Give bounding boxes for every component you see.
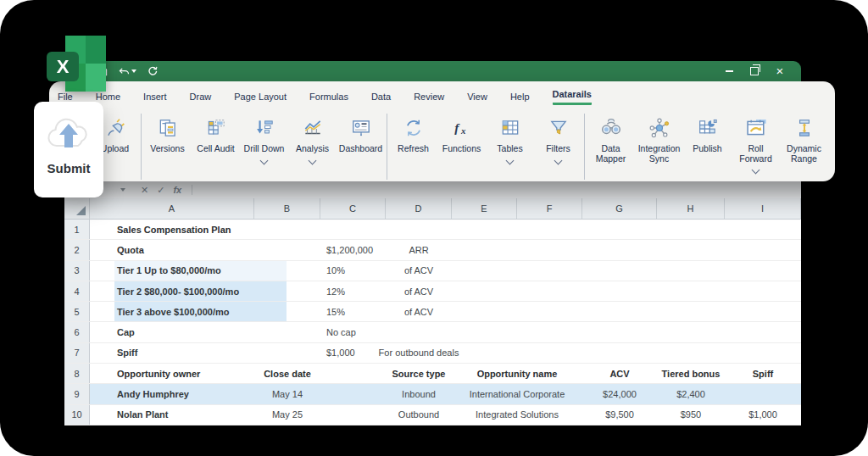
cell-C7[interactable]: $1,000 <box>320 343 386 363</box>
cell-C2[interactable]: $1,200,000 <box>320 240 386 259</box>
column-header-A[interactable]: A <box>90 198 254 219</box>
cell-D9[interactable]: Inbound <box>386 384 452 403</box>
tab-data[interactable]: Data <box>371 92 391 105</box>
tab-page-layout[interactable]: Page Layout <box>234 92 287 105</box>
cancel-icon[interactable]: ✕ <box>141 185 148 196</box>
drill-down-button[interactable]: Drill Down <box>240 115 288 164</box>
cell-D7[interactable]: For outbound deals <box>386 343 452 363</box>
cell-H10[interactable]: $950 <box>657 405 725 425</box>
cell-A4[interactable]: Tier 2 $80,000- $100,000/mo <box>90 281 254 301</box>
cell-E10[interactable]: Integrated Solutions <box>452 405 582 425</box>
undo-dropdown-icon[interactable] <box>131 70 136 73</box>
cell-C3[interactable]: 10% <box>320 261 386 281</box>
row-header-9[interactable]: 9 <box>64 384 90 403</box>
column-header-C[interactable]: C <box>320 198 386 219</box>
insert-function-icon[interactable]: fx <box>173 185 181 195</box>
chevron-down-icon[interactable] <box>752 166 760 175</box>
cell-C4[interactable]: 12% <box>320 281 386 301</box>
cell-D5[interactable]: of ACV <box>386 302 452 321</box>
chevron-down-icon[interactable] <box>309 156 317 164</box>
cell-A5[interactable]: Tier 3 above $100,000/mo <box>90 302 254 321</box>
cell-A1[interactable]: Sales Compensation Plan <box>90 220 254 239</box>
column-header-B[interactable]: B <box>254 198 320 219</box>
filters-button[interactable]: Filters <box>534 115 582 164</box>
tab-help[interactable]: Help <box>510 92 530 105</box>
column-header-D[interactable]: D <box>386 198 452 219</box>
row-header-8[interactable]: 8 <box>64 364 90 383</box>
tab-draw[interactable]: Draw <box>190 92 212 105</box>
column-header-E[interactable]: E <box>452 198 517 219</box>
data-mapper-button[interactable]: Data Mapper <box>587 115 635 173</box>
analysis-button[interactable]: Analysis <box>288 115 337 164</box>
select-all-corner[interactable] <box>64 198 90 219</box>
row-header-1[interactable]: 1 <box>64 220 90 239</box>
row-header-6[interactable]: 6 <box>64 322 90 342</box>
cell-A3[interactable]: Tier 1 Up to $80,000/mo <box>90 261 254 281</box>
cell-G9[interactable]: $24,000 <box>582 384 657 403</box>
tables-button[interactable]: Tables <box>486 115 534 164</box>
cell-I10[interactable]: $1,000 <box>725 405 801 425</box>
ribbon-button-label: Analysis <box>296 144 329 154</box>
roll-forward-button[interactable]: Roll Forward <box>732 115 780 173</box>
cell-E9[interactable]: International Corporate <box>452 384 582 403</box>
dynamic-range-button[interactable]: Dynamic Range <box>780 115 828 173</box>
cell-audit-button[interactable]: Cell Audit <box>192 115 240 164</box>
tab-view[interactable]: View <box>467 92 487 105</box>
cell-A2[interactable]: Quota <box>90 240 254 259</box>
row-header-10[interactable]: 10 <box>64 405 90 425</box>
cell-A7[interactable]: Spiff <box>90 343 254 363</box>
dashboard-button[interactable]: Dashboard <box>337 115 385 164</box>
minimize-button[interactable] <box>723 65 735 77</box>
cell-D3[interactable]: of ACV <box>386 261 452 281</box>
column-header-I[interactable]: I <box>725 198 801 219</box>
cell-E8[interactable]: Opportunity name <box>452 364 582 383</box>
cell-D8[interactable]: Source type <box>386 364 452 383</box>
versions-button[interactable]: Versions <box>143 115 192 164</box>
ribbon-button-label: Integration Sync <box>638 144 681 164</box>
cell-I8[interactable]: Spiff <box>725 364 801 383</box>
functions-button[interactable]: fxFunctions <box>437 115 486 164</box>
chevron-down-icon[interactable] <box>506 156 515 164</box>
tab-insert[interactable]: Insert <box>143 92 167 105</box>
close-button[interactable]: × <box>774 65 786 77</box>
cell-A6[interactable]: Cap <box>90 322 254 342</box>
name-box-dropdown-icon[interactable] <box>120 188 125 192</box>
row-header-3[interactable]: 3 <box>64 261 90 281</box>
cell-G10[interactable]: $9,500 <box>582 405 657 425</box>
column-header-H[interactable]: H <box>657 198 725 219</box>
confirm-icon[interactable]: ✓ <box>157 185 164 196</box>
chevron-down-icon[interactable] <box>260 156 269 164</box>
cell-G8[interactable]: ACV <box>582 364 657 383</box>
row-header-5[interactable]: 5 <box>64 302 90 321</box>
cell-H8[interactable]: Tiered bonus <box>657 364 725 383</box>
submit-label: Submit <box>47 161 91 175</box>
cell-D2[interactable]: ARR <box>386 240 452 259</box>
cell-B9[interactable]: May 14 <box>254 384 320 403</box>
cell-A9[interactable]: Andy Humphrey <box>90 384 254 403</box>
column-header-G[interactable]: G <box>582 198 657 219</box>
cell-D10[interactable]: Outbound <box>386 405 452 425</box>
tab-review[interactable]: Review <box>414 92 444 105</box>
submit-button[interactable]: Submit <box>34 102 103 197</box>
redo-icon[interactable] <box>147 66 158 76</box>
row-header-2[interactable]: 2 <box>64 240 90 259</box>
tab-datarails[interactable]: Datarails <box>553 89 592 105</box>
column-header-F[interactable]: F <box>517 198 582 219</box>
row-header-4[interactable]: 4 <box>64 281 90 301</box>
cell-C6[interactable]: No cap <box>320 322 386 342</box>
cell-H9[interactable]: $2,400 <box>657 384 725 403</box>
refresh-button[interactable]: Refresh <box>389 115 437 164</box>
integration-sync-button[interactable]: Integration Sync <box>635 115 683 173</box>
maximize-button[interactable] <box>748 65 760 77</box>
cell-B8[interactable]: Close date <box>254 364 320 383</box>
cell-B10[interactable]: May 25 <box>254 405 320 425</box>
cell-A10[interactable]: Nolan Plant <box>90 405 254 425</box>
row-header-7[interactable]: 7 <box>64 343 90 363</box>
undo-button[interactable] <box>119 67 136 76</box>
tab-formulas[interactable]: Formulas <box>309 92 348 105</box>
publish-button[interactable]: Publish <box>683 115 732 173</box>
cell-A8[interactable]: Opportunity owner <box>90 364 254 383</box>
cell-C5[interactable]: 15% <box>320 302 386 321</box>
cell-D4[interactable]: of ACV <box>386 281 452 301</box>
chevron-down-icon[interactable] <box>554 156 563 164</box>
